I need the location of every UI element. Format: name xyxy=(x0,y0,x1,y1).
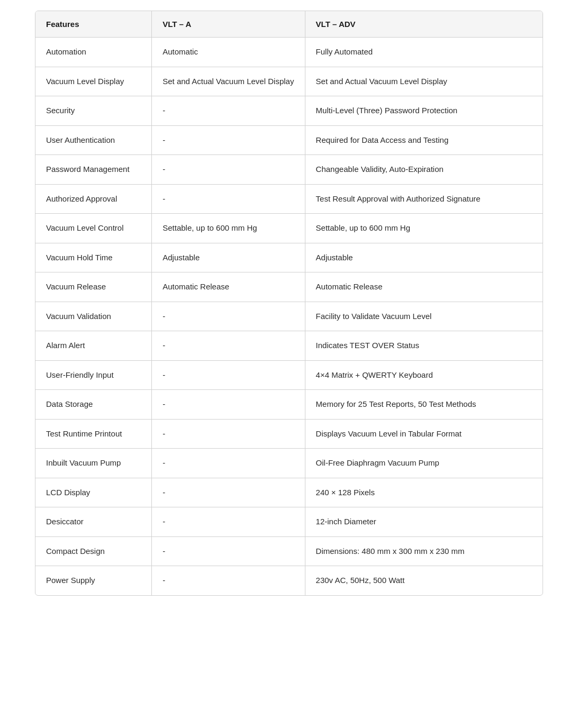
cell-feature: Power Supply xyxy=(35,566,152,595)
table-row: Desiccator-12-inch Diameter xyxy=(35,507,543,537)
cell-vlt-a: - xyxy=(152,155,305,185)
cell-feature: Alarm Alert xyxy=(35,331,152,361)
table-row: Security-Multi-Level (Three) Password Pr… xyxy=(35,96,543,126)
cell-vlt-adv: Oil-Free Diaphragm Vacuum Pump xyxy=(305,449,543,478)
cell-vlt-a: - xyxy=(152,419,305,449)
cell-feature: Data Storage xyxy=(35,390,152,420)
cell-feature: Desiccator xyxy=(35,507,152,537)
table-row: Data Storage-Memory for 25 Test Reports,… xyxy=(35,390,543,420)
table-row: Vacuum Level DisplaySet and Actual Vacuu… xyxy=(35,67,543,96)
cell-vlt-a: - xyxy=(152,536,305,566)
cell-vlt-a: Adjustable xyxy=(152,243,305,272)
table-row: Password Management-Changeable Validity,… xyxy=(35,155,543,185)
cell-vlt-adv: 240 × 128 Pixels xyxy=(305,478,543,507)
cell-vlt-a: Set and Actual Vacuum Level Display xyxy=(152,67,305,96)
column-header-features: Features xyxy=(35,11,152,38)
cell-vlt-adv: Adjustable xyxy=(305,243,543,272)
cell-vlt-adv: Facility to Validate Vacuum Level xyxy=(305,302,543,331)
cell-vlt-a: - xyxy=(152,390,305,420)
cell-feature: Vacuum Validation xyxy=(35,302,152,331)
table-row: Test Runtime Printout-Displays Vacuum Le… xyxy=(35,419,543,449)
cell-feature: User Authentication xyxy=(35,125,152,155)
cell-vlt-adv: 12-inch Diameter xyxy=(305,507,543,537)
cell-feature: Vacuum Hold Time xyxy=(35,243,152,272)
cell-feature: Automation xyxy=(35,38,152,67)
cell-feature: Security xyxy=(35,96,152,126)
cell-vlt-a: - xyxy=(152,125,305,155)
cell-feature: Vacuum Level Control xyxy=(35,214,152,243)
cell-vlt-a: - xyxy=(152,302,305,331)
cell-feature: Inbuilt Vacuum Pump xyxy=(35,449,152,478)
cell-feature: LCD Display xyxy=(35,478,152,507)
cell-vlt-adv: 230v AC, 50Hz, 500 Watt xyxy=(305,566,543,595)
cell-vlt-adv: Test Result Approval with Authorized Sig… xyxy=(305,184,543,214)
table-row: Compact Design-Dimensions: 480 mm x 300 … xyxy=(35,536,543,566)
cell-vlt-adv: Dimensions: 480 mm x 300 mm x 230 mm xyxy=(305,536,543,566)
cell-vlt-adv: Multi-Level (Three) Password Protection xyxy=(305,96,543,126)
table-row: Vacuum ReleaseAutomatic ReleaseAutomatic… xyxy=(35,272,543,302)
cell-vlt-adv: Automatic Release xyxy=(305,272,543,302)
cell-vlt-adv: Indicates TEST OVER Status xyxy=(305,331,543,361)
cell-vlt-adv: Fully Automated xyxy=(305,38,543,67)
cell-vlt-a: - xyxy=(152,566,305,595)
cell-feature: Vacuum Release xyxy=(35,272,152,302)
table-row: Power Supply-230v AC, 50Hz, 500 Watt xyxy=(35,566,543,595)
cell-vlt-adv: Required for Data Access and Testing xyxy=(305,125,543,155)
cell-feature: User-Friendly Input xyxy=(35,360,152,390)
table-row: Vacuum Hold TimeAdjustableAdjustable xyxy=(35,243,543,272)
table-row: AutomationAutomaticFully Automated xyxy=(35,38,543,67)
cell-vlt-adv: Set and Actual Vacuum Level Display xyxy=(305,67,543,96)
table-row: User Authentication-Required for Data Ac… xyxy=(35,125,543,155)
table-row: LCD Display-240 × 128 Pixels xyxy=(35,478,543,507)
cell-feature: Test Runtime Printout xyxy=(35,419,152,449)
cell-vlt-a: Automatic xyxy=(152,38,305,67)
cell-feature: Compact Design xyxy=(35,536,152,566)
cell-vlt-a: Settable, up to 600 mm Hg xyxy=(152,214,305,243)
table-header-row: Features VLT – A VLT – ADV xyxy=(35,11,543,38)
cell-vlt-a: - xyxy=(152,360,305,390)
cell-feature: Authorized Approval xyxy=(35,184,152,214)
table-row: User-Friendly Input-4×4 Matrix + QWERTY … xyxy=(35,360,543,390)
table-row: Vacuum Validation-Facility to Validate V… xyxy=(35,302,543,331)
comparison-table: Features VLT – A VLT – ADV AutomationAut… xyxy=(35,11,543,596)
table-row: Authorized Approval-Test Result Approval… xyxy=(35,184,543,214)
cell-vlt-adv: Settable, up to 600 mm Hg xyxy=(305,214,543,243)
cell-vlt-adv: Changeable Validity, Auto-Expiration xyxy=(305,155,543,185)
cell-vlt-a: - xyxy=(152,331,305,361)
cell-vlt-adv: Memory for 25 Test Reports, 50 Test Meth… xyxy=(305,390,543,420)
cell-vlt-adv: 4×4 Matrix + QWERTY Keyboard xyxy=(305,360,543,390)
table-row: Inbuilt Vacuum Pump-Oil-Free Diaphragm V… xyxy=(35,449,543,478)
column-header-vlt-a: VLT – A xyxy=(152,11,305,38)
cell-vlt-a: Automatic Release xyxy=(152,272,305,302)
cell-feature: Vacuum Level Display xyxy=(35,67,152,96)
cell-feature: Password Management xyxy=(35,155,152,185)
cell-vlt-a: - xyxy=(152,96,305,126)
cell-vlt-a: - xyxy=(152,184,305,214)
table-row: Vacuum Level ControlSettable, up to 600 … xyxy=(35,214,543,243)
table-row: Alarm Alert-Indicates TEST OVER Status xyxy=(35,331,543,361)
cell-vlt-adv: Displays Vacuum Level in Tabular Format xyxy=(305,419,543,449)
cell-vlt-a: - xyxy=(152,507,305,537)
cell-vlt-a: - xyxy=(152,449,305,478)
column-header-vlt-adv: VLT – ADV xyxy=(305,11,543,38)
cell-vlt-a: - xyxy=(152,478,305,507)
